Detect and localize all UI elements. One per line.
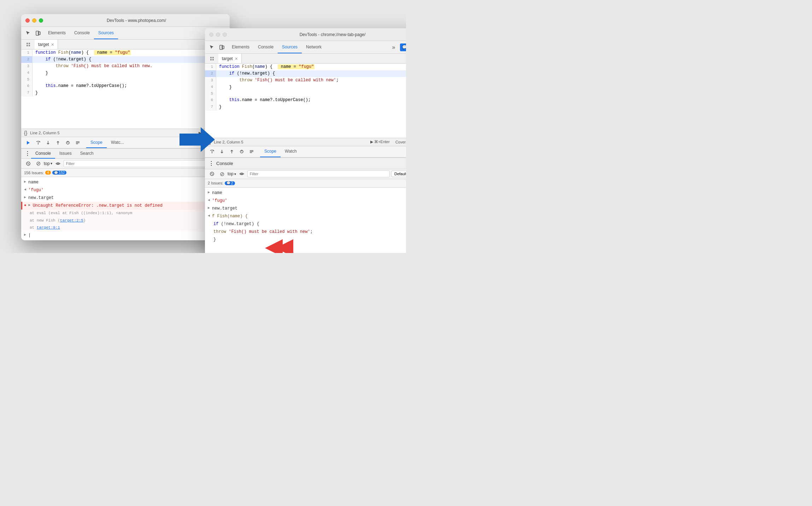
issues-bar-1: 156 Issues: 4 💬 152 bbox=[21, 169, 230, 177]
maximize-button-2[interactable] bbox=[223, 33, 227, 37]
debug-tab-list-1: Scope Watc... bbox=[86, 137, 128, 148]
filter-btn-2[interactable]: ⊘ bbox=[218, 170, 226, 178]
close-button-1[interactable] bbox=[25, 18, 30, 23]
console-tab-console-1[interactable]: Console bbox=[31, 149, 55, 159]
file-tab-target-2[interactable]: target × bbox=[218, 54, 242, 63]
resume-btn-1[interactable] bbox=[24, 139, 33, 147]
issues-badge-info-1: 💬 152 bbox=[52, 171, 66, 175]
console-row-fugu-2[interactable]: ◀ 'fugu' bbox=[205, 197, 406, 205]
code-line-5: 5 bbox=[21, 77, 230, 83]
devtools-top-2: target × 1 function Fish(name) { name = … bbox=[205, 54, 406, 158]
console-tab-search-1[interactable]: Search bbox=[76, 149, 98, 159]
default-levels-btn-2[interactable]: Default levels ▾ bbox=[391, 171, 406, 177]
debug-tab-watch-2[interactable]: Watch bbox=[281, 146, 301, 157]
issues-badge-2: 💬 2 bbox=[225, 181, 235, 185]
titlebar-2: DevTools - chrome://new-tab-page/ bbox=[205, 28, 406, 41]
filter-btn-1[interactable]: ⊘ bbox=[34, 159, 42, 168]
file-tab-close-1[interactable]: × bbox=[51, 42, 54, 47]
devtools-toolbar-2: Elements Console Sources Network » 💬 2 ⋮ bbox=[205, 41, 406, 54]
deactivate-btn-2[interactable] bbox=[247, 147, 256, 156]
inspect-icon-2[interactable] bbox=[208, 43, 216, 52]
tab-elements-1[interactable]: Elements bbox=[44, 27, 70, 39]
console-area-2: ⋮ Console ✕ ⊘ top ▾ bbox=[205, 158, 406, 253]
inspect-icon[interactable] bbox=[24, 29, 33, 37]
console-row-if-2: if (!new.target) { bbox=[205, 220, 406, 228]
step-out-btn-1[interactable] bbox=[54, 139, 62, 147]
clear-console-btn-2[interactable] bbox=[208, 170, 216, 178]
code-line-1: 1 function Fish(name) { name = "fugu" bbox=[21, 49, 230, 56]
svg-line-12 bbox=[28, 163, 29, 164]
device-icon[interactable] bbox=[34, 29, 42, 37]
tab-sources-1[interactable]: Sources bbox=[94, 27, 118, 39]
debug-tab-list-2: Scope Watch bbox=[260, 146, 301, 157]
main-tab-list-2: Elements Console Sources Network bbox=[228, 41, 326, 53]
console-row-fish-2[interactable]: ◀ f Fish(name) { bbox=[205, 212, 406, 220]
step-over-btn-1[interactable] bbox=[34, 139, 42, 147]
tab-console-1[interactable]: Console bbox=[70, 27, 94, 39]
svg-marker-14 bbox=[180, 127, 215, 152]
console-row-name-1[interactable]: ▶ name bbox=[21, 178, 230, 186]
console-tab-issues-1[interactable]: Issues bbox=[55, 149, 76, 159]
minimize-button-2[interactable] bbox=[216, 33, 220, 37]
step-into-btn-2[interactable] bbox=[218, 147, 226, 156]
file-tab-close-2[interactable]: × bbox=[235, 56, 238, 61]
tab-console-2[interactable]: Console bbox=[254, 41, 278, 53]
debug-tab-scope-2[interactable]: Scope bbox=[260, 146, 281, 157]
coverage-label-2: Coverage: n/a bbox=[395, 140, 406, 144]
code-line-2-3: 3 throw 'Fish() must be called with new'… bbox=[205, 77, 406, 84]
console-row-fugu-1[interactable]: ◀ 'fugu' bbox=[21, 186, 230, 194]
console-error-detail-3: at target:9:1 bbox=[21, 224, 230, 231]
console-row-newtarget-2[interactable]: ▶ new.target bbox=[205, 205, 406, 212]
issues-badge-warning-1: 4 bbox=[45, 171, 51, 175]
step-btn-2[interactable] bbox=[237, 147, 246, 156]
maximize-button-1[interactable] bbox=[39, 18, 43, 23]
run-btn-2[interactable]: ▶ ⌘+Enter bbox=[370, 140, 390, 144]
console-row-name-2[interactable]: ▶ name bbox=[205, 189, 406, 197]
navigator-icon-1[interactable] bbox=[24, 40, 33, 49]
step-btn-1[interactable] bbox=[64, 139, 72, 147]
code-line-2-4: 4 } bbox=[205, 84, 406, 91]
minimize-button-1[interactable] bbox=[32, 18, 36, 23]
deactivate-btn-1[interactable] bbox=[73, 139, 82, 147]
code-line-2-5: 5 bbox=[205, 91, 406, 97]
tab-sources-2[interactable]: Sources bbox=[278, 41, 302, 53]
issues-bar-2: 2 Issues: 💬 2 bbox=[205, 179, 406, 188]
debug-tab-watch-1[interactable]: Watc... bbox=[107, 137, 128, 148]
console-error-detail-2: at new Fish (target:2:5) bbox=[21, 217, 230, 224]
console-input-row-1[interactable]: ▶ | bbox=[21, 231, 230, 239]
code-line-3: 3 throw 'Fish() must be called with new. bbox=[21, 63, 230, 70]
traffic-lights-2 bbox=[209, 33, 227, 37]
top-selector-2[interactable]: top ▾ bbox=[228, 171, 236, 176]
step-out-btn-2[interactable] bbox=[228, 147, 236, 156]
console-menu-icon-1[interactable]: ⋮ bbox=[24, 150, 31, 157]
file-tab-target-1[interactable]: target × bbox=[35, 40, 58, 49]
tab-elements-2[interactable]: Elements bbox=[228, 41, 254, 53]
more-tabs-icon-2[interactable]: » bbox=[389, 42, 399, 52]
console-row-error-1[interactable]: ● ▶ Uncaught ReferenceError: .new.target… bbox=[21, 202, 230, 210]
top-selector-1[interactable]: top ▾ bbox=[44, 161, 52, 166]
console-menu-icon-2[interactable]: ⋮ bbox=[208, 160, 215, 167]
eye-btn-1[interactable] bbox=[54, 159, 62, 168]
code-line-6: 6 this.name = name?.toUpperCase(); bbox=[21, 83, 230, 89]
eye-btn-2[interactable] bbox=[237, 170, 246, 178]
filter-input-1[interactable] bbox=[64, 160, 212, 167]
svg-marker-30 bbox=[265, 239, 283, 253]
devtools-window-2: DevTools - chrome://new-tab-page/ Elemen… bbox=[205, 28, 406, 253]
navigator-icon-2[interactable] bbox=[208, 54, 216, 63]
top-chevron-icon-1: ▾ bbox=[51, 161, 52, 165]
code-line-4: 4 } bbox=[21, 70, 230, 77]
tab-network-2[interactable]: Network bbox=[302, 41, 326, 53]
close-button-2[interactable] bbox=[209, 33, 213, 37]
top-chevron-icon-2: ▾ bbox=[234, 172, 236, 176]
svg-marker-2 bbox=[27, 141, 30, 145]
chat-badge-2[interactable]: 💬 2 bbox=[400, 43, 406, 51]
debug-tab-scope-1[interactable]: Scope bbox=[86, 137, 107, 148]
filter-input-2[interactable] bbox=[247, 170, 390, 177]
status-bar-2: {} Line 2, Column 5 ▶ ⌘+Enter Coverage: … bbox=[205, 138, 406, 146]
clear-console-btn-1[interactable] bbox=[24, 159, 33, 168]
console-row-newtarget-1[interactable]: ▶ new.target bbox=[21, 194, 230, 202]
device-icon-2[interactable] bbox=[218, 43, 226, 52]
code-line-2: 2 if (!new.target) { bbox=[21, 56, 230, 63]
step-into-btn-1[interactable] bbox=[44, 139, 52, 147]
svg-point-27 bbox=[241, 173, 242, 175]
